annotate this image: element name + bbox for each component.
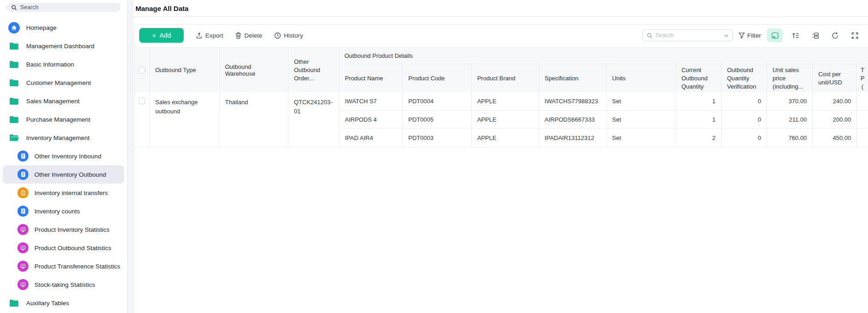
sidebar-item-management-dashboard[interactable]: Management Dashboard bbox=[3, 37, 124, 55]
stats-monitor-icon bbox=[17, 242, 28, 253]
cell-unit-sales-price: 760.00 bbox=[767, 129, 812, 147]
cell-current-outbound-quantity: 2 bbox=[676, 129, 721, 147]
plus-icon: + bbox=[152, 32, 157, 39]
product-sub-rows: IWATCH S7 PDT0004 APPLE IWATCHS77988323 … bbox=[339, 92, 868, 147]
sidebar-item-customer-management[interactable]: Customer Management bbox=[3, 73, 124, 92]
fullscreen-icon[interactable] bbox=[848, 28, 862, 42]
content-panel: + Add Export Delete History bbox=[134, 24, 868, 313]
column-header-outbound-quantity-verification[interactable]: Outbound Quantity Verification bbox=[721, 64, 767, 92]
sidebar-nav: Homepage Management Dashboard Basic Info… bbox=[0, 18, 127, 312]
column-header-specification[interactable]: Specification bbox=[539, 64, 607, 92]
column-header-outbound-type[interactable]: Outbound Type bbox=[150, 48, 220, 92]
cell-outbound-quantity-verification: 0 bbox=[721, 129, 767, 147]
cell-product-name: AIRPODS 4 bbox=[339, 111, 403, 129]
sidebar-item-label: Product Transference Statistics bbox=[34, 263, 120, 270]
sidebar-item-inventory-counts[interactable]: Inventory counts bbox=[3, 202, 124, 220]
sidebar-item-product-inventory-statistics[interactable]: Product Inventory Statistics bbox=[3, 220, 124, 239]
cell-cost-per-unit: 450.00 bbox=[813, 129, 857, 147]
product-row: IPAD AIR4 PDT0003 APPLE IPADAIR13112312 … bbox=[339, 129, 868, 147]
column-header-unit-sales-price[interactable]: Unit sales price (including... bbox=[767, 64, 812, 92]
sidebar-item-product-outbound-statistics[interactable]: Product Outbound Statistics bbox=[3, 239, 124, 257]
outbound-product-details-group: Outbound Product Details Product Name Pr… bbox=[339, 48, 868, 92]
history-button-label: History bbox=[284, 32, 303, 39]
row-checkbox[interactable] bbox=[139, 98, 145, 104]
group-list-icon[interactable] bbox=[808, 28, 822, 42]
cell-cost-per-unit: 240.00 bbox=[813, 92, 857, 110]
column-header-current-outbound-quantity[interactable]: Current Outbound Quantity bbox=[676, 64, 721, 92]
column-header-product-code[interactable]: Product Code bbox=[403, 64, 472, 92]
sidebar-item-auxiliary-tables[interactable]: Auxiliary Tables bbox=[3, 294, 124, 312]
document-icon bbox=[17, 169, 28, 180]
sidebar-scrollbar-track[interactable] bbox=[127, 0, 133, 313]
select-all-checkbox[interactable] bbox=[139, 67, 145, 73]
sidebar-item-homepage[interactable]: Homepage bbox=[3, 18, 124, 37]
folder-icon bbox=[9, 299, 19, 307]
column-header-outbound-warehouse[interactable]: Outbound Warehouse bbox=[220, 48, 288, 92]
cell-specification: IPADAIR13112312 bbox=[539, 129, 607, 147]
add-button[interactable]: + Add bbox=[139, 28, 184, 43]
product-row: AIRPODS 4 PDT0005 APPLE AIRPODS6667333 S… bbox=[339, 111, 868, 129]
search-icon bbox=[11, 5, 17, 11]
cell-units: Set bbox=[607, 92, 676, 110]
product-row: IWATCH S7 PDT0004 APPLE IWATCHS77988323 … bbox=[339, 92, 868, 111]
chevron-down-icon[interactable] bbox=[724, 33, 729, 38]
document-icon bbox=[17, 206, 28, 217]
sidebar-item-stock-taking-statistics[interactable]: Stock-taking Statistics bbox=[3, 275, 124, 294]
folder-icon bbox=[9, 116, 19, 123]
sidebar-item-inventory-management[interactable]: Inventory Management bbox=[3, 129, 124, 147]
column-header-cost-per-unit[interactable]: Cost per unit/USD bbox=[813, 64, 857, 92]
sidebar-item-label: Product Inventory Statistics bbox=[34, 226, 110, 233]
folder-icon bbox=[9, 97, 19, 105]
sidebar-item-label: Inventory counts bbox=[34, 208, 80, 215]
sidebar-item-other-inventory-outbound[interactable]: Other Inventory Outbound bbox=[3, 165, 124, 184]
column-header-units[interactable]: Units bbox=[607, 64, 676, 92]
sidebar-item-label: Customer Management bbox=[26, 79, 91, 86]
sidebar-item-other-inventory-inbound[interactable]: Other Inventory Inbound bbox=[3, 147, 124, 165]
column-header-product-brand[interactable]: Product Brand bbox=[472, 64, 539, 92]
filter-button-label: Filter bbox=[747, 32, 761, 39]
preview-panel-toggle-icon[interactable] bbox=[767, 28, 783, 42]
row-checkbox-cell bbox=[135, 92, 150, 147]
sidebar-item-sales-management[interactable]: Sales Management bbox=[3, 92, 124, 110]
sidebar-item-label: Sales Management bbox=[26, 98, 79, 105]
refresh-icon[interactable] bbox=[828, 28, 842, 42]
sidebar-item-basic-information[interactable]: Basic Information bbox=[3, 55, 124, 73]
table-search-input[interactable] bbox=[655, 32, 721, 39]
filter-button[interactable]: Filter bbox=[738, 32, 761, 39]
sidebar-item-inventory-internal-transfers[interactable]: Inventory internal transfers bbox=[3, 184, 124, 202]
folder-open-icon bbox=[9, 134, 19, 142]
export-button[interactable]: Export bbox=[196, 32, 223, 39]
delete-button[interactable]: Delete bbox=[235, 32, 262, 39]
sidebar-item-purchase-management[interactable]: Purchase Management bbox=[3, 110, 124, 129]
cell-product-code: PDT0005 bbox=[403, 111, 472, 129]
row-height-icon[interactable] bbox=[789, 28, 802, 42]
cell-other-outbound-order: QTCK241203-01 bbox=[288, 92, 339, 147]
trash-icon bbox=[235, 32, 242, 39]
group-header-outbound-product-details[interactable]: Outbound Product Details bbox=[339, 48, 868, 64]
column-header-partial[interactable]: T P ( bbox=[857, 64, 868, 92]
cell-product-brand: APPLE bbox=[472, 129, 539, 147]
cell-cost-per-unit: 200.00 bbox=[813, 111, 857, 129]
app-window: Search Homepage Management Dashboard Bas… bbox=[0, 0, 868, 313]
table-search[interactable] bbox=[643, 29, 733, 41]
sidebar-item-label: Other Inventory Outbound bbox=[34, 171, 106, 178]
cell-specification: AIRPODS6667333 bbox=[539, 111, 607, 129]
sidebar-item-label: Other Inventory Inbound bbox=[34, 153, 101, 160]
table-row: Sales exchange outbound Thailand QTCK241… bbox=[135, 92, 868, 147]
cell-product-code: PDT0004 bbox=[403, 92, 472, 110]
sidebar-search-input[interactable]: Search bbox=[6, 3, 121, 12]
cell-product-name: IWATCH S7 bbox=[339, 92, 403, 110]
sidebar-item-label: Purchase Management bbox=[26, 116, 90, 123]
folder-icon bbox=[9, 79, 19, 87]
column-header-other-outbound-order[interactable]: Other Outbound Order... bbox=[288, 48, 339, 92]
toolbar-right: Filter bbox=[643, 28, 864, 42]
toolbar: + Add Export Delete History bbox=[135, 25, 868, 43]
column-header-product-name[interactable]: Product Name bbox=[339, 64, 403, 92]
sidebar-item-label: Stock-taking Statistics bbox=[34, 281, 95, 288]
sidebar-item-product-transference-statistics[interactable]: Product Transference Statistics bbox=[3, 257, 124, 275]
export-button-label: Export bbox=[205, 32, 223, 39]
cell-outbound-type: Sales exchange outbound bbox=[150, 92, 220, 147]
history-button[interactable]: History bbox=[274, 32, 303, 39]
search-icon bbox=[647, 33, 653, 39]
cell-outbound-quantity-verification: 0 bbox=[721, 92, 767, 110]
